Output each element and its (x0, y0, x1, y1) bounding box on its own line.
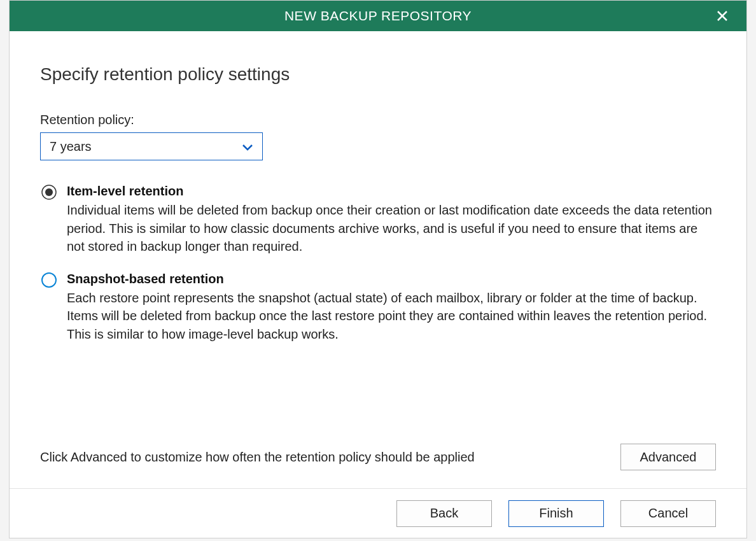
option-item-level-retention[interactable]: Item-level retention Individual items wi… (40, 182, 716, 256)
option-item-level-description: Individual items will be deleted from ba… (67, 203, 712, 253)
retention-policy-selected: 7 years (50, 139, 92, 154)
option-item-level-title: Item-level retention (67, 182, 716, 200)
titlebar: NEW BACKUP REPOSITORY (10, 1, 746, 31)
new-backup-repository-dialog: NEW BACKUP REPOSITORY Specify retention … (9, 0, 747, 538)
advanced-button-label: Advanced (640, 450, 697, 465)
advanced-button[interactable]: Advanced (620, 444, 716, 470)
back-button[interactable]: Back (396, 500, 492, 527)
retention-policy-dropdown[interactable]: 7 years (40, 132, 263, 160)
option-snapshot-description: Each restore point represents the snapsh… (67, 291, 707, 341)
radio-item-level[interactable] (40, 183, 58, 201)
content-area: Specify retention policy settings Retent… (10, 31, 746, 488)
cancel-button[interactable]: Cancel (620, 500, 716, 527)
retention-policy-label: Retention policy: (40, 113, 716, 127)
retention-type-options: Item-level retention Individual items wi… (40, 182, 716, 357)
svg-point-4 (42, 273, 56, 287)
radio-snapshot-based[interactable] (40, 271, 58, 289)
dialog-title: NEW BACKUP REPOSITORY (284, 8, 472, 24)
chevron-down-icon (242, 139, 253, 154)
advanced-hint: Click Advanced to customize how often th… (40, 450, 475, 465)
page-title: Specify retention policy settings (40, 64, 716, 85)
cancel-button-label: Cancel (648, 506, 688, 521)
option-snapshot-based-retention[interactable]: Snapshot-based retention Each restore po… (40, 270, 716, 344)
close-button[interactable] (707, 1, 738, 31)
finish-button-label: Finish (539, 506, 573, 521)
finish-button[interactable]: Finish (508, 500, 604, 527)
advanced-row: Click Advanced to customize how often th… (40, 444, 716, 482)
option-snapshot-title: Snapshot-based retention (67, 270, 716, 288)
footer: Back Finish Cancel (10, 488, 746, 538)
back-button-label: Back (430, 506, 458, 521)
close-icon (716, 10, 729, 22)
svg-point-3 (45, 188, 53, 196)
